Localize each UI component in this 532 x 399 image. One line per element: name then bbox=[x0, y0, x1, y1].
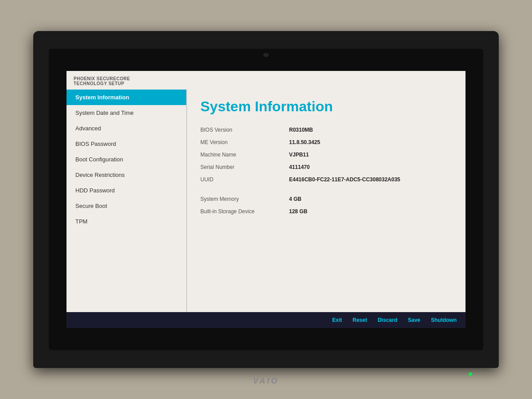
field-value: 4111470 bbox=[289, 161, 452, 173]
field-label: Serial Number bbox=[200, 161, 289, 173]
field-label: BIOS Version bbox=[200, 124, 289, 136]
sidebar: System InformationSystem Date and TimeAd… bbox=[66, 90, 186, 324]
bios-body: System InformationSystem Date and TimeAd… bbox=[66, 90, 466, 324]
table-row: Machine NameVJPB11 bbox=[200, 149, 452, 161]
field-label: UUID bbox=[200, 173, 289, 186]
table-row: System Memory4 GB bbox=[200, 193, 452, 205]
discard-button[interactable]: Discard bbox=[378, 317, 397, 323]
table-row: ME Version11.8.50.3425 bbox=[200, 136, 452, 149]
table-row: Built-in Storage Device128 GB bbox=[200, 205, 452, 218]
field-value: 4 GB bbox=[289, 193, 452, 205]
field-label: ME Version bbox=[200, 136, 289, 149]
bios-screen: PHOENIX SECURECORE TECHNOLOGY SETUP Syst… bbox=[66, 71, 466, 328]
field-value: 11.8.50.3425 bbox=[289, 136, 452, 149]
field-value: R0310MB bbox=[289, 124, 452, 136]
sidebar-item-advanced[interactable]: Advanced bbox=[66, 121, 186, 136]
sidebar-item-device-restrictions[interactable]: Device Restrictions bbox=[66, 167, 186, 183]
field-label: Machine Name bbox=[200, 149, 289, 161]
power-indicator bbox=[469, 372, 472, 376]
webcam bbox=[263, 53, 269, 57]
laptop-bezel: PHOENIX SECURECORE TECHNOLOGY SETUP Syst… bbox=[49, 49, 483, 350]
info-table: BIOS VersionR0310MBME Version11.8.50.342… bbox=[200, 124, 452, 218]
save-button[interactable]: Save bbox=[408, 317, 420, 323]
reset-button[interactable]: Reset bbox=[352, 317, 367, 323]
field-value: VJPB11 bbox=[289, 149, 452, 161]
content-area: System Information BIOS VersionR0310MBME… bbox=[186, 90, 466, 324]
field-value: E4416CB0-FC22-11E7-ADC5-CC308032A035 bbox=[289, 173, 452, 186]
bios-header-line1: PHOENIX SECURECORE bbox=[74, 76, 458, 81]
content-title: System Information bbox=[200, 98, 452, 115]
laptop-outer: PHOENIX SECURECORE TECHNOLOGY SETUP Syst… bbox=[33, 31, 499, 368]
sidebar-item-system-information[interactable]: System Information bbox=[66, 90, 186, 105]
bios-header-line2: TECHNOLOGY SETUP bbox=[74, 81, 458, 86]
sidebar-item-secure-boot[interactable]: Secure Boot bbox=[66, 198, 186, 214]
vaio-logo: VAIO bbox=[253, 376, 279, 386]
field-value: 128 GB bbox=[289, 205, 452, 218]
sidebar-item-system-date-and-time[interactable]: System Date and Time bbox=[66, 105, 186, 121]
exit-button[interactable]: Exit bbox=[332, 317, 342, 323]
field-label: System Memory bbox=[200, 193, 289, 205]
sidebar-item-bios-password[interactable]: BIOS Password bbox=[66, 136, 186, 152]
table-row: UUIDE4416CB0-FC22-11E7-ADC5-CC308032A035 bbox=[200, 173, 452, 186]
sidebar-item-hdd-password[interactable]: HDD Password bbox=[66, 183, 186, 198]
shutdown-button[interactable]: Shutdown bbox=[431, 317, 457, 323]
table-row: BIOS VersionR0310MB bbox=[200, 124, 452, 136]
sidebar-item-boot-configuration[interactable]: Boot Configuration bbox=[66, 152, 186, 167]
field-label: Built-in Storage Device bbox=[200, 205, 289, 218]
footer-bar: ExitResetDiscardSaveShutdown bbox=[66, 312, 466, 328]
table-row: Serial Number4111470 bbox=[200, 161, 452, 173]
bios-header: PHOENIX SECURECORE TECHNOLOGY SETUP bbox=[66, 71, 466, 90]
sidebar-item-tpm[interactable]: TPM bbox=[66, 214, 186, 229]
